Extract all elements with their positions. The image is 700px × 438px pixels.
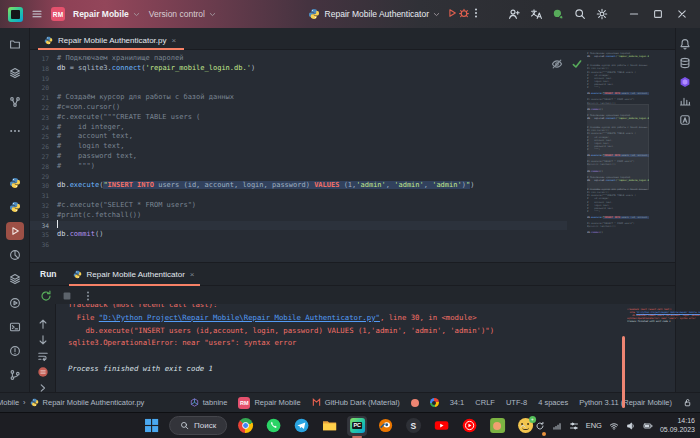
- project-widget[interactable]: RM Repair Mobile: [238, 397, 300, 409]
- start-button[interactable]: [141, 416, 161, 436]
- youtube-icon[interactable]: [431, 416, 451, 436]
- code-line[interactable]: 20: [30, 83, 567, 93]
- console-minimap[interactable]: Traceback (most recent call last): File …: [627, 308, 669, 323]
- photos-icon[interactable]: [487, 416, 507, 436]
- database-icon[interactable]: [676, 54, 694, 72]
- grazie-green-icon[interactable]: [552, 8, 564, 20]
- chrome-icon[interactable]: [235, 416, 255, 436]
- command-prompt-icon[interactable]: [36, 382, 49, 394]
- minimap-viewport[interactable]: [587, 104, 649, 190]
- telegram-icon[interactable]: [291, 416, 311, 436]
- rerun-icon[interactable]: [40, 290, 52, 302]
- stack-trace-link[interactable]: "D:\Python Project\Repair Mobile\Repair …: [99, 313, 380, 322]
- code-line[interactable]: 35db.commit(): [30, 230, 567, 240]
- project-selector[interactable]: Repair Mobile: [73, 9, 141, 19]
- theme-widget[interactable]: GitHub Dark (Material): [312, 398, 400, 407]
- line-number[interactable]: 19: [30, 74, 57, 84]
- blender-icon[interactable]: [375, 416, 395, 436]
- code-line[interactable]: 24# id integer,: [30, 123, 567, 133]
- language-indicator[interactable]: ENG: [586, 421, 602, 430]
- unlock-icon[interactable]: [683, 398, 692, 407]
- highlighting-off-eye-icon[interactable]: [551, 58, 563, 70]
- maximize-button[interactable]: [646, 3, 670, 25]
- run-panel-title[interactable]: Run: [40, 269, 57, 285]
- tray-network-bars-icon[interactable]: [552, 421, 562, 431]
- whatsapp-icon[interactable]: [263, 416, 283, 436]
- pycharm-icon[interactable]: PC: [347, 416, 367, 436]
- minimize-button[interactable]: [622, 3, 646, 25]
- terminal-icon[interactable]: [6, 318, 24, 336]
- youtube-music-icon[interactable]: [459, 416, 479, 436]
- inspections-ok-check-icon[interactable]: [571, 58, 583, 70]
- code-with-me-user-add-icon[interactable]: [508, 8, 520, 20]
- settings-gear-icon[interactable]: [596, 8, 608, 20]
- line-number[interactable]: 25: [30, 132, 57, 142]
- code-line[interactable]: 27# password text,: [30, 152, 567, 162]
- run-configuration-selector[interactable]: Repair Mobile Authenticator: [325, 9, 441, 19]
- line-number[interactable]: 31: [30, 191, 57, 201]
- python-packages-icon[interactable]: [6, 198, 24, 216]
- python-console-icon[interactable]: [6, 174, 24, 192]
- structure-icon[interactable]: [6, 93, 24, 111]
- soft-wrap-icon[interactable]: [36, 350, 49, 362]
- caret-position[interactable]: 34:1: [450, 398, 465, 407]
- line-number[interactable]: 29: [30, 172, 57, 182]
- down-stack-trace-icon[interactable]: [36, 334, 49, 346]
- line-number[interactable]: 22: [30, 103, 57, 113]
- code-line[interactable]: 25# account text,: [30, 132, 567, 142]
- notifications-bell-icon[interactable]: [676, 35, 694, 53]
- code-line[interactable]: 22#c=con.cursor(): [30, 103, 567, 113]
- problems-icon[interactable]: [6, 342, 24, 360]
- up-stack-trace-icon[interactable]: [36, 318, 49, 330]
- translate-icon[interactable]: [530, 8, 542, 20]
- line-number[interactable]: 18: [30, 64, 57, 74]
- breadcrumb[interactable]: Mobile › Repair Mobile Authenticator.py: [0, 398, 144, 407]
- line-number[interactable]: 24: [30, 123, 57, 133]
- code-line[interactable]: 18db = sqlite3.connect('repair_mobile_lo…: [30, 64, 567, 74]
- tray-mixer-icon[interactable]: [569, 421, 579, 431]
- tab-close-icon[interactable]: ×: [172, 36, 177, 45]
- line-number[interactable]: 32: [30, 201, 57, 211]
- code-line[interactable]: 28# """): [30, 162, 567, 172]
- search-everywhere-icon[interactable]: [574, 8, 586, 20]
- more-vertical-icon[interactable]: [82, 290, 94, 302]
- s-app-icon[interactable]: S: [403, 416, 423, 436]
- run-anything-icon[interactable]: [6, 294, 24, 312]
- code-line[interactable]: 32#c.execute("SELECT * FROM users"): [30, 201, 567, 211]
- statistics-icon[interactable]: [676, 92, 694, 110]
- editor-minimap[interactable]: # Подключаем хранилище паролейdb = sqlit…: [587, 52, 649, 262]
- encoding[interactable]: UTF-8: [506, 398, 527, 407]
- line-number[interactable]: 23: [30, 113, 57, 123]
- code-line[interactable]: 23#c.execute("""CREATE TABLE users (: [30, 113, 567, 123]
- services-icon[interactable]: [6, 270, 24, 288]
- line-number[interactable]: 27: [30, 152, 57, 162]
- debug-button[interactable]: [458, 7, 470, 19]
- run-button[interactable]: [446, 7, 458, 19]
- tray-sync-icon[interactable]: [535, 421, 545, 431]
- tabnine-widget[interactable]: tabnine: [190, 398, 228, 407]
- run-tool-window-icon[interactable]: [6, 222, 24, 240]
- line-number[interactable]: 21: [30, 93, 57, 103]
- more-tool-windows-icon[interactable]: [6, 122, 24, 140]
- line-number[interactable]: 35: [30, 230, 57, 240]
- status-red-dot-icon[interactable]: [411, 399, 419, 407]
- line-number[interactable]: 34: [30, 221, 57, 231]
- stop-icon[interactable]: [61, 290, 73, 302]
- commit-icon[interactable]: [6, 64, 24, 82]
- version-control-menu[interactable]: Version control: [149, 9, 217, 19]
- code-area[interactable]: 17# Подключаем хранилище паролей18db = s…: [30, 54, 567, 250]
- file-explorer-icon[interactable]: [319, 416, 339, 436]
- notification-badge-icon[interactable]: [36, 366, 49, 378]
- line-ending[interactable]: CRLF: [475, 398, 495, 407]
- line-number[interactable]: 36: [30, 240, 57, 250]
- battery-icon[interactable]: [643, 421, 653, 431]
- indent-setting[interactable]: 4 spaces: [538, 398, 568, 407]
- run-tab[interactable]: Repair Mobile Authenticator ×: [71, 270, 201, 285]
- line-number[interactable]: 33: [30, 211, 57, 221]
- taskbar-search[interactable]: Поиск: [169, 416, 227, 435]
- code-line[interactable]: 31: [30, 191, 567, 201]
- line-number[interactable]: 30: [30, 181, 57, 191]
- editor-tab[interactable]: Repair Mobile Authenticator.py ×: [38, 36, 184, 49]
- code-line[interactable]: 33#print(c.fetchall()): [30, 211, 567, 221]
- code-editor[interactable]: 17# Подключаем хранилище паролей18db = s…: [30, 50, 675, 262]
